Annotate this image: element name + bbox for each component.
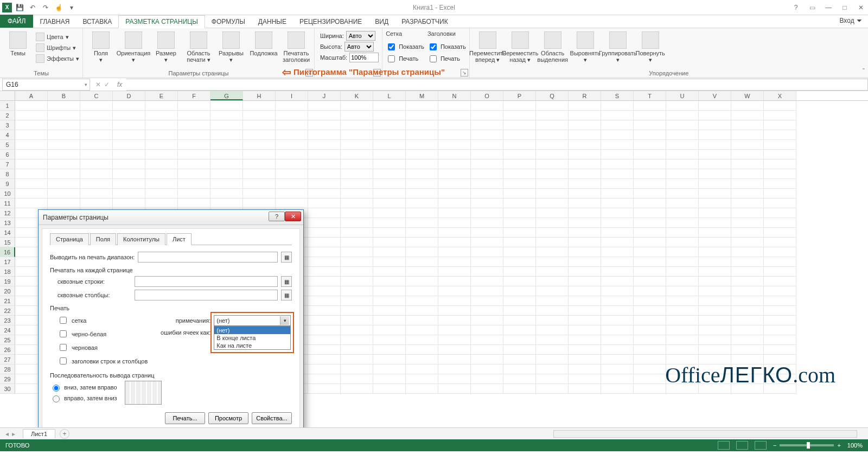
cell[interactable] [471,325,503,335]
cell[interactable] [731,179,764,189]
cell[interactable] [406,306,438,316]
cell[interactable] [406,286,438,296]
cell[interactable] [601,101,634,111]
cell[interactable] [406,345,438,355]
maximize-icon[interactable]: □ [840,4,850,11]
cell[interactable] [341,247,373,257]
cell[interactable] [80,169,113,179]
cell[interactable] [341,238,373,247]
cell[interactable] [438,257,471,267]
cell[interactable] [536,208,569,218]
cell[interactable] [731,325,764,335]
cell[interactable] [536,277,569,286]
cell[interactable] [276,150,308,159]
cell[interactable] [731,169,764,179]
cell[interactable] [731,101,764,111]
cell[interactable] [15,101,48,111]
cell[interactable] [569,374,601,384]
themes-button[interactable]: Темы [3,29,33,56]
cell[interactable] [406,159,438,169]
cell[interactable] [503,296,536,306]
blackwhite-checkbox[interactable] [60,330,67,337]
cell[interactable] [634,169,666,179]
margins-button[interactable]: Поля▾ [86,29,116,63]
cell[interactable] [48,189,80,199]
cell[interactable] [308,316,341,325]
cell[interactable] [666,335,699,345]
cell[interactable] [308,267,341,277]
cell[interactable] [731,364,764,374]
cell[interactable] [666,296,699,306]
comments-option-none[interactable]: (нет) [214,327,290,334]
cell[interactable] [503,159,536,169]
cell[interactable] [308,286,341,296]
cell[interactable] [341,316,373,325]
cell[interactable] [569,247,601,257]
save-icon[interactable]: 💾 [14,2,25,13]
cell[interactable] [438,267,471,277]
rows-repeat-ref-button[interactable]: ▦ [281,276,292,287]
cell[interactable] [341,345,373,355]
cell[interactable] [113,199,145,208]
dialog-tab-page[interactable]: Страница [50,233,89,245]
cell[interactable] [569,130,601,140]
cell[interactable] [666,228,699,238]
cell[interactable] [634,208,666,218]
cell[interactable] [145,130,178,140]
cell[interactable] [373,199,406,208]
cell[interactable] [601,228,634,238]
cell[interactable] [666,316,699,325]
cell[interactable] [471,169,503,179]
column-header[interactable]: W [731,91,764,100]
column-header[interactable]: I [276,91,308,100]
cell[interactable] [764,335,796,345]
comments-combo[interactable]: (нет) (нет) В конце листа Как на листе [214,315,291,326]
cell[interactable] [569,169,601,179]
cell[interactable] [113,150,145,159]
cell[interactable] [601,159,634,169]
cell[interactable] [471,179,503,189]
cell[interactable] [471,228,503,238]
column-header[interactable]: C [80,91,113,100]
cell[interactable] [536,286,569,296]
cell[interactable] [601,238,634,247]
cell[interactable] [699,130,731,140]
cell[interactable] [210,189,243,199]
cell[interactable] [536,374,569,384]
cell[interactable] [341,130,373,140]
cell[interactable] [731,199,764,208]
cell[interactable] [373,296,406,306]
cell[interactable] [210,159,243,169]
cell[interactable] [634,120,666,130]
cell[interactable] [373,286,406,296]
cell[interactable] [210,169,243,179]
cell[interactable] [634,130,666,140]
cell[interactable] [210,111,243,120]
bring-forward-button[interactable]: Переместить вперед ▾ [473,29,502,63]
cell[interactable] [406,101,438,111]
cell[interactable] [373,111,406,120]
cell[interactable] [308,277,341,286]
row-header[interactable]: 26 [0,345,15,355]
cell[interactable] [536,130,569,140]
cell[interactable] [15,120,48,130]
tab-home[interactable]: ГЛАВНАЯ [33,16,76,28]
cell[interactable] [536,228,569,238]
cell[interactable] [569,120,601,130]
cell[interactable] [569,306,601,316]
cell[interactable] [243,150,276,159]
cell[interactable] [764,257,796,267]
cell[interactable] [373,247,406,257]
cell[interactable] [80,111,113,120]
gridlines-view-checkbox[interactable]: Показать [386,41,424,52]
cell[interactable] [471,257,503,267]
cell[interactable] [373,228,406,238]
cell[interactable] [699,238,731,247]
cell[interactable] [373,355,406,364]
cell[interactable] [699,335,731,345]
cell[interactable] [406,130,438,140]
cell[interactable] [276,179,308,189]
draft-checkbox[interactable] [60,344,67,351]
cell[interactable] [243,130,276,140]
cell[interactable] [634,140,666,150]
